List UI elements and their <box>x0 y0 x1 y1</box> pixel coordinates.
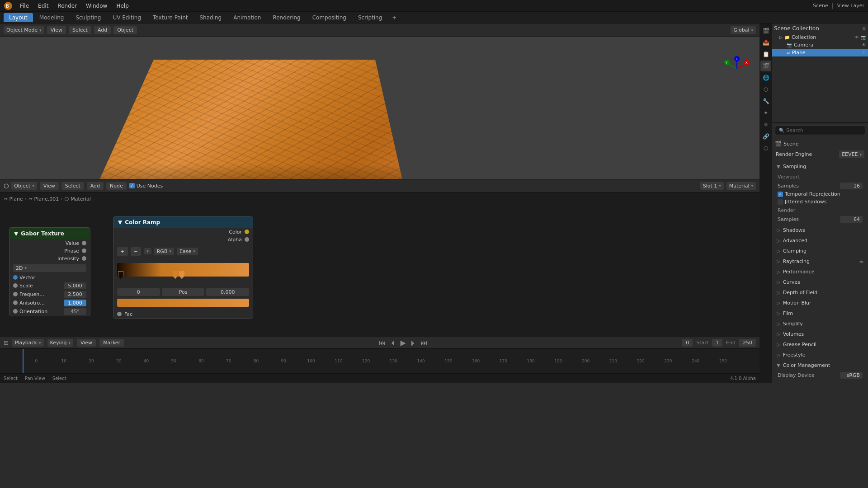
timeline-view-button[interactable]: View <box>77 339 96 347</box>
gabor-freq-value[interactable]: 2.500 <box>64 291 86 298</box>
viewport-object-button[interactable]: Object <box>113 26 137 34</box>
viewport-view-button[interactable]: View <box>47 26 66 34</box>
color-management-header[interactable]: ▼ Color Management <box>774 361 866 370</box>
tab-texture-paint[interactable]: Texture Paint <box>147 13 193 22</box>
play-button[interactable]: ▶ <box>401 338 406 347</box>
ramp-gradient-container[interactable] <box>117 262 249 277</box>
node-context-dropdown[interactable]: Object ▾ <box>11 182 37 190</box>
performance-section-header[interactable]: ▷ Performance <box>774 267 866 277</box>
tab-layout[interactable]: Layout <box>4 13 33 22</box>
props-search[interactable]: 🔍 Search <box>775 126 865 135</box>
jump-end-button[interactable]: ⏭ <box>420 338 428 347</box>
modifier-props-tab[interactable]: 🔧 <box>760 96 771 107</box>
jump-start-button[interactable]: ⏮ <box>379 338 386 347</box>
timeline-ruler[interactable]: 0 10 20 30 40 50 60 70 80 90 100 110 120… <box>0 349 760 373</box>
gabor-phase-socket[interactable] <box>82 249 86 253</box>
global-dropdown[interactable]: Global ▾ <box>731 26 756 34</box>
physics-props-tab[interactable]: ⚛ <box>760 119 771 130</box>
object-mode-dropdown[interactable]: Object Mode ▾ <box>4 26 44 34</box>
tab-uv-editing[interactable]: UV Editing <box>107 13 146 22</box>
clamping-section-header[interactable]: ▷ Clamping <box>774 246 866 256</box>
ramp-stop-index[interactable]: 0 <box>117 288 160 296</box>
tab-modeling[interactable]: Modeling <box>34 13 70 22</box>
film-section-header[interactable]: ▷ Film <box>774 309 866 318</box>
end-value[interactable]: 250 <box>739 339 756 347</box>
slot-dropdown[interactable]: Slot 1 ▾ <box>700 182 724 190</box>
node-view-button[interactable]: View <box>40 182 59 190</box>
particles-props-tab[interactable]: ✦ <box>760 108 771 118</box>
advanced-section-header[interactable]: ▷ Advanced <box>774 236 866 245</box>
material-props-tab[interactable]: ⬡ <box>760 143 771 154</box>
ramp-stop-left[interactable] <box>118 271 123 279</box>
ramp-mode-dropdown[interactable]: RGB ▾ <box>154 248 174 255</box>
freestyle-section-header[interactable]: ▷ Freestyle <box>774 350 866 360</box>
gabor-scale-value[interactable]: 5.000 <box>64 282 86 289</box>
ramp-color-preview[interactable] <box>117 299 249 307</box>
tab-compositing[interactable]: Compositing <box>307 13 352 22</box>
raytracing-section-header[interactable]: ▷ Raytracing ☰ <box>774 257 866 266</box>
gabor-orient-value[interactable]: 45° <box>64 308 86 315</box>
dof-section-header[interactable]: ▷ Depth of Field <box>774 288 866 297</box>
start-value[interactable]: 1 <box>712 339 722 347</box>
color-ramp-collapse-arrow-icon[interactable]: ▼ <box>118 219 122 225</box>
node-add-button[interactable]: Add <box>87 182 104 190</box>
view-layer-props-tab[interactable]: 📋 <box>760 49 771 60</box>
viewport-3d[interactable]: X Y Z <box>0 37 760 179</box>
object-props-tab[interactable]: ⬡ <box>760 84 771 95</box>
eye-icon[interactable]: 👁 <box>854 35 859 40</box>
gabor-intensity-socket[interactable] <box>82 256 86 261</box>
menu-render[interactable]: Render <box>54 2 80 10</box>
tab-sculpting[interactable]: Sculpting <box>70 13 106 22</box>
step-forward-button[interactable]: ⏵ <box>410 338 417 347</box>
render-engine-dropdown[interactable]: EEVEE ▾ <box>839 150 864 158</box>
ramp-pos-value[interactable]: 0.000 <box>206 288 249 296</box>
ramp-stop-mid1[interactable] <box>173 271 178 279</box>
frame-current-value[interactable]: 0 <box>682 339 693 347</box>
gabor-freq-socket[interactable] <box>13 292 18 296</box>
tree-item-camera[interactable]: 📷 Camera 👁 <box>772 41 868 49</box>
output-props-tab[interactable]: 📤 <box>760 37 771 48</box>
color-ramp-fac-socket[interactable] <box>117 312 122 316</box>
ramp-expand-dropdown[interactable]: ▾ <box>144 248 151 254</box>
material-dropdown[interactable]: Material ▾ <box>726 182 756 190</box>
plane-eye-icon[interactable]: 👁 <box>862 50 866 55</box>
constraints-props-tab[interactable]: 🔗 <box>760 131 771 142</box>
shadows-section-header[interactable]: ▷ Shadows <box>774 225 866 235</box>
navigation-gizmo[interactable]: X Y Z <box>723 55 750 82</box>
viewport-select-button[interactable]: Select <box>69 26 91 34</box>
menu-file[interactable]: File <box>16 2 33 10</box>
viewport-add-button[interactable]: Add <box>94 26 111 34</box>
viewport-samples-value[interactable]: 16 <box>840 183 863 189</box>
timeline-cursor[interactable] <box>23 349 24 373</box>
camera-eye-icon[interactable]: 👁 <box>862 42 866 47</box>
gabor-aniso-socket[interactable] <box>13 300 18 305</box>
step-back-button[interactable]: ⏴ <box>390 338 397 347</box>
gabor-aniso-value[interactable]: 1.000 <box>64 300 86 306</box>
gabor-scale-socket[interactable] <box>13 283 18 288</box>
render-props-tab[interactable]: 🎬 <box>760 25 771 36</box>
scene-props-tab[interactable]: 🎬 <box>760 61 771 71</box>
menu-window[interactable]: Window <box>82 2 111 10</box>
node-node-button[interactable]: Node <box>106 182 127 190</box>
simplify-section-header[interactable]: ▷ Simplify <box>774 319 866 328</box>
volumes-section-header[interactable]: ▷ Volumes <box>774 329 866 339</box>
playback-dropdown[interactable]: Playback ▾ <box>12 339 44 347</box>
curves-section-header[interactable]: ▷ Curves <box>774 277 866 287</box>
outliner-filter-icon[interactable]: ⚙ <box>862 26 866 31</box>
ramp-add-stop-button[interactable]: + <box>117 247 128 256</box>
timeline-marker-button[interactable]: Marker <box>99 339 124 347</box>
grease-pencil-section-header[interactable]: ▷ Grease Pencil <box>774 340 866 349</box>
gabor-orient-socket[interactable] <box>13 309 18 314</box>
color-ramp-alpha-socket[interactable] <box>245 237 249 242</box>
ramp-interpolation-dropdown[interactable]: Ease ▾ <box>177 248 198 255</box>
add-workspace-button[interactable]: + <box>388 13 400 22</box>
gabor-value-socket[interactable] <box>82 241 86 245</box>
jittered-shadows-checkbox[interactable]: Jittered Shadows <box>778 199 863 205</box>
tab-animation[interactable]: Animation <box>228 13 266 22</box>
color-ramp-color-socket[interactable] <box>245 230 249 234</box>
tab-shading[interactable]: Shading <box>194 13 227 22</box>
display-device-value[interactable]: sRGB <box>840 372 863 379</box>
tab-scripting[interactable]: Scripting <box>353 13 387 22</box>
camera-icon[interactable]: 📷 <box>861 35 866 40</box>
tree-item-collection[interactable]: ▷ 📁 Collection 👁 📷 <box>772 33 868 41</box>
